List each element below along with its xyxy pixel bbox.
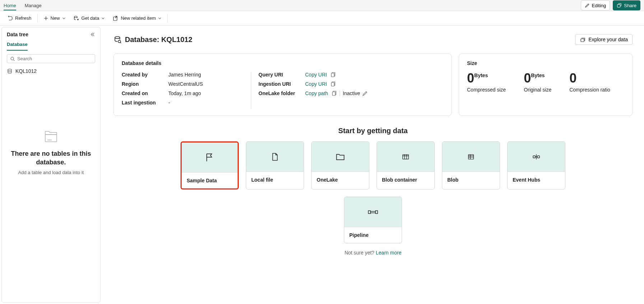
- pencil-icon[interactable]: [362, 90, 368, 96]
- svg-rect-17: [533, 156, 535, 158]
- database-icon: [7, 68, 13, 74]
- learn-more-link[interactable]: Learn more: [376, 250, 402, 256]
- svg-point-6: [48, 140, 48, 140]
- explore-data-button[interactable]: Explore your data: [575, 34, 633, 45]
- svg-rect-20: [375, 211, 378, 214]
- svg-point-10: [118, 40, 121, 43]
- editing-button[interactable]: Editing: [581, 0, 610, 10]
- search-input[interactable]: [17, 56, 92, 61]
- tab-home[interactable]: Home: [4, 1, 16, 10]
- tile-event-hubs[interactable]: Event Hubs: [507, 141, 565, 190]
- database-icon: [113, 36, 121, 43]
- card-title: Size: [467, 60, 624, 66]
- page-title: Database: KQL1012: [113, 36, 192, 44]
- copy-icon[interactable]: [330, 81, 336, 87]
- toolbar-separator: [37, 14, 38, 23]
- svg-rect-0: [617, 4, 620, 7]
- empty-subtitle: Add a table and load data into it: [9, 170, 93, 175]
- onelake-status: Inactive: [343, 90, 368, 96]
- toolbar: Refresh New Get data New related item: [0, 11, 644, 25]
- tile-onelake[interactable]: OneLake: [311, 141, 369, 190]
- pencil-icon: [585, 3, 590, 8]
- sidebar-tab-database[interactable]: Database: [7, 39, 28, 51]
- copy-icon[interactable]: [331, 90, 337, 96]
- share-button[interactable]: Share: [613, 0, 640, 10]
- database-name: KQL1012: [15, 68, 37, 74]
- svg-rect-18: [537, 156, 540, 158]
- svg-rect-13: [331, 83, 334, 86]
- pipeline-icon: [368, 208, 378, 216]
- chevron-down-icon: [158, 17, 162, 20]
- getdata-hint: Not sure yet? Learn more: [113, 250, 633, 256]
- card-title: Database details: [122, 60, 443, 66]
- svg-point-4: [8, 69, 11, 70]
- chevron-down-icon: [62, 17, 66, 20]
- flag-icon: [205, 153, 215, 163]
- empty-title: There are no tables in this database.: [9, 149, 93, 167]
- tile-sample-data[interactable]: Sample Data: [181, 141, 239, 190]
- tab-manage[interactable]: Manage: [25, 1, 42, 10]
- getdata-button[interactable]: Get data: [70, 13, 109, 23]
- metric-compressed: 0Bytes Compressed size: [467, 72, 506, 93]
- svg-point-7: [49, 140, 50, 140]
- sidebar-title: Data tree: [7, 32, 28, 37]
- sidebar: Data tree Database KQL1012 There are no …: [1, 27, 101, 303]
- database-item[interactable]: KQL1012: [2, 67, 100, 75]
- copy-uri-link[interactable]: Copy URI: [305, 81, 327, 87]
- metric-ratio: 0 Compression ratio: [569, 72, 610, 93]
- empty-state: There are no tables in this database. Ad…: [2, 129, 100, 175]
- refresh-icon: [7, 15, 13, 21]
- database-details-card: Database details Created byJames Herring…: [113, 53, 452, 116]
- toolbar-separator: [167, 14, 168, 23]
- svg-rect-5: [45, 135, 57, 142]
- plus-icon: [43, 16, 48, 21]
- search-field[interactable]: [7, 54, 95, 63]
- svg-rect-15: [403, 154, 409, 159]
- eventhubs-icon: [532, 153, 541, 161]
- stack-icon: [580, 37, 585, 42]
- refresh-button[interactable]: Refresh: [4, 13, 35, 23]
- svg-rect-14: [332, 92, 335, 95]
- svg-point-8: [51, 140, 51, 140]
- new-related-button[interactable]: New related item: [109, 13, 165, 23]
- tile-blob[interactable]: Blob: [442, 141, 500, 190]
- new-button[interactable]: New: [40, 13, 69, 23]
- collapse-icon[interactable]: [90, 32, 95, 37]
- copy-uri-link[interactable]: Copy URI: [305, 72, 327, 78]
- size-card: Size 0Bytes Compressed size 0Bytes Origi…: [459, 53, 633, 116]
- open-external-icon: [113, 15, 118, 21]
- folder-stack-icon: [42, 129, 60, 144]
- tile-local-file[interactable]: Local file: [246, 141, 304, 190]
- getdata-heading: Start by getting data: [113, 127, 633, 135]
- chevron-down-icon: [101, 17, 105, 20]
- table-icon: [467, 153, 475, 161]
- svg-rect-16: [468, 154, 474, 159]
- folder-icon: [335, 152, 345, 162]
- grid-icon: [402, 153, 410, 161]
- content: Database: KQL1012 Explore your data Data…: [102, 25, 644, 304]
- svg-rect-12: [331, 73, 334, 77]
- database-download-icon: [74, 15, 79, 21]
- svg-rect-11: [581, 39, 584, 42]
- copy-icon[interactable]: [330, 72, 336, 78]
- search-icon: [10, 56, 15, 61]
- tab-strip: Home Manage Editing Share: [0, 0, 644, 11]
- svg-point-9: [115, 37, 120, 39]
- tile-pipeline[interactable]: Pipeline: [344, 197, 402, 243]
- svg-point-1: [74, 16, 77, 18]
- copy-path-link[interactable]: Copy path: [305, 90, 328, 96]
- svg-rect-19: [368, 211, 370, 214]
- tile-blob-container[interactable]: Blob container: [377, 141, 435, 190]
- svg-rect-2: [113, 17, 117, 20]
- file-icon: [270, 152, 280, 162]
- metric-original: 0Bytes Original size: [524, 72, 551, 93]
- svg-point-3: [11, 57, 14, 60]
- share-icon: [617, 3, 622, 8]
